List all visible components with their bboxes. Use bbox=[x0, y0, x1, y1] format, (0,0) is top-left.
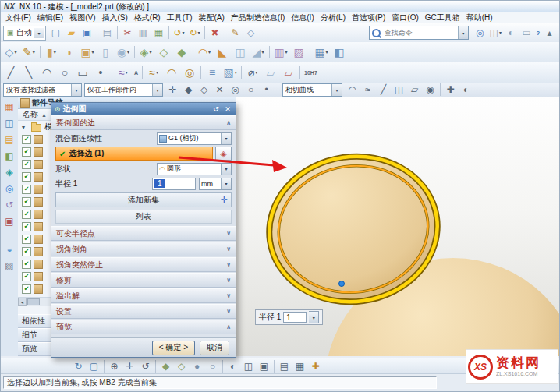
dialog-section[interactable]: 设置∨ bbox=[51, 304, 236, 319]
snap-quadrant-icon[interactable]: ○ bbox=[243, 83, 258, 97]
snap-intersection-icon[interactable]: ✕ bbox=[212, 83, 227, 97]
hd3d-tools-icon[interactable]: ◈ bbox=[2, 165, 16, 179]
delete-icon[interactable]: ✖ bbox=[207, 26, 222, 41]
chevron-down-icon[interactable]: ▾ bbox=[34, 28, 44, 38]
menu-item[interactable]: 帮助(H) bbox=[463, 12, 496, 23]
undo-icon[interactable]: ↺ bbox=[172, 26, 186, 41]
feature-checkbox[interactable]: ✔ bbox=[22, 197, 31, 207]
extrude-icon[interactable]: ▮ bbox=[43, 44, 60, 61]
navigator-h-scrollbar[interactable]: ◂ bbox=[18, 297, 51, 306]
move-face-icon[interactable]: ▱ bbox=[262, 64, 279, 81]
open-folder-icon[interactable]: ▰ bbox=[64, 26, 79, 41]
tube-icon[interactable]: ◎ bbox=[181, 64, 198, 81]
menu-item[interactable]: 编辑(E) bbox=[34, 12, 66, 23]
work-csys-icon[interactable]: ✚ bbox=[308, 359, 323, 374]
stop-at-intersection-icon[interactable]: ✚ bbox=[443, 83, 458, 97]
swept-icon[interactable]: ◠ bbox=[163, 64, 180, 81]
curve-rule-dropdown[interactable]: 相切曲线 ▾ bbox=[282, 83, 342, 97]
reuse-library-icon[interactable]: ◧ bbox=[2, 149, 16, 163]
through-curves-icon[interactable]: ≈ bbox=[145, 64, 162, 81]
dialog-close-icon[interactable]: ✕ bbox=[223, 104, 232, 114]
feature-checkbox[interactable]: ✔ bbox=[22, 222, 31, 231]
shaded-view-icon[interactable]: ● bbox=[190, 359, 204, 374]
snap-point-toggle-icon[interactable]: ✛ bbox=[165, 83, 180, 97]
block-icon[interactable]: ▣ bbox=[79, 44, 96, 61]
delete-face-icon[interactable]: ▱ bbox=[280, 64, 297, 81]
unite-icon[interactable]: ◈ bbox=[137, 44, 154, 61]
layer-settings-icon[interactable]: ▤ bbox=[277, 359, 292, 374]
radius-overlay-value[interactable]: 1 bbox=[283, 312, 307, 323]
menu-item[interactable]: 信息(I) bbox=[288, 12, 317, 23]
cylinder-icon[interactable]: ▯ bbox=[97, 44, 114, 61]
mirror-feature-icon[interactable]: ◧ bbox=[331, 44, 348, 61]
sketch-icon[interactable]: ✎ bbox=[228, 26, 243, 41]
chevron-down-icon[interactable]: ▾ bbox=[221, 178, 231, 189]
intersect-icon[interactable]: ◆ bbox=[173, 44, 190, 61]
split-body-icon[interactable]: ▨ bbox=[290, 44, 307, 61]
select-edge-active[interactable]: ✔ 选择边 (1) bbox=[55, 147, 213, 161]
continuity-dropdown[interactable]: G1 (相切) ▾ bbox=[157, 132, 232, 145]
print-icon[interactable]: ▤ bbox=[100, 26, 115, 41]
single-curve-icon[interactable]: ╱ bbox=[376, 83, 391, 97]
chevron-down-icon[interactable]: ▾ bbox=[152, 84, 162, 96]
constraint-navigator-icon[interactable]: ◫ bbox=[2, 116, 16, 130]
feature-checkbox[interactable]: ✔ bbox=[22, 260, 31, 269]
zoom-icon[interactable]: ⊕ bbox=[107, 359, 122, 374]
cancel-button[interactable]: 取消 bbox=[200, 341, 229, 355]
chevron-down-icon[interactable]: ▾ bbox=[309, 311, 319, 323]
draft-icon[interactable]: ◢ bbox=[250, 44, 267, 61]
dialog-title-bar[interactable]: ⊙ 边倒圆 ↺ ✕ bbox=[51, 103, 236, 115]
chamfer-icon[interactable]: ◣ bbox=[214, 44, 231, 61]
scroll-left-icon[interactable]: ◂ bbox=[18, 298, 27, 306]
copy-icon[interactable]: ▥ bbox=[136, 26, 151, 41]
web-browser-icon[interactable]: ◎ bbox=[2, 182, 16, 196]
menu-item[interactable]: 视图(V) bbox=[66, 12, 98, 23]
dialog-section[interactable]: 拐角突然停止∨ bbox=[51, 257, 236, 272]
ok-button[interactable]: < 确定 > bbox=[152, 341, 195, 355]
window-icon[interactable]: ◫ bbox=[488, 26, 503, 41]
onscreen-radius-input[interactable]: 半径 1 1 ▾ bbox=[255, 309, 323, 325]
spline-icon[interactable]: ≈ bbox=[115, 64, 132, 81]
datum-plane-icon[interactable]: ◇ bbox=[2, 44, 19, 61]
menu-item[interactable]: 产品制造信息(I) bbox=[228, 12, 288, 23]
help-icon[interactable]: ? bbox=[535, 26, 541, 41]
paste-icon[interactable]: ▦ bbox=[151, 26, 166, 41]
cut-icon[interactable]: ✂ bbox=[120, 26, 135, 41]
command-search-box[interactable]: ▾ bbox=[369, 26, 469, 40]
connected-curves-icon[interactable]: ≈ bbox=[360, 83, 375, 97]
face-edges-icon[interactable]: ◫ bbox=[392, 83, 406, 97]
snap-point-icon[interactable]: • bbox=[259, 83, 274, 97]
radius-input[interactable]: 1 bbox=[152, 178, 196, 190]
snap-endpoint-icon[interactable]: ◆ bbox=[181, 83, 196, 97]
edit-section-icon[interactable]: ◫ bbox=[241, 359, 256, 374]
section-preview[interactable]: 预览 ∧ bbox=[51, 320, 236, 334]
menu-item[interactable]: 装配(A) bbox=[195, 12, 227, 23]
menu-item[interactable]: 插入(S) bbox=[98, 12, 130, 23]
feature-checkbox[interactable]: ✔ bbox=[22, 160, 31, 169]
unit-dropdown[interactable]: mm ▾ bbox=[199, 178, 232, 190]
line-icon[interactable]: ╲ bbox=[20, 64, 37, 81]
sheet-edges-icon[interactable]: ▱ bbox=[407, 83, 422, 97]
dialog-section[interactable]: 溢出解∨ bbox=[51, 288, 236, 303]
snapshot-icon[interactable]: ▣ bbox=[257, 359, 271, 374]
grid-icon[interactable]: ▦ bbox=[292, 359, 307, 374]
pan-icon[interactable]: ✛ bbox=[122, 359, 137, 374]
subtract-icon[interactable]: ◇ bbox=[155, 44, 172, 61]
section-edges-to-blend[interactable]: 要倒圆的边 ∧ bbox=[51, 115, 236, 130]
point-icon[interactable]: • bbox=[92, 64, 109, 81]
process-studio-icon[interactable]: ▣ bbox=[2, 214, 16, 228]
arc-icon[interactable]: ◠ bbox=[38, 64, 55, 81]
fit-view-icon[interactable]: ▢ bbox=[87, 359, 101, 374]
measure-distance-icon[interactable]: ⌀ bbox=[244, 64, 261, 81]
shape-dropdown[interactable]: ◠ 圆形 ▾ bbox=[157, 163, 232, 175]
tangent-curves-icon[interactable]: ◠ bbox=[345, 83, 360, 97]
snap-midpoint-icon[interactable]: ◇ bbox=[197, 83, 211, 97]
new-file-icon[interactable]: ▢ bbox=[48, 26, 63, 41]
highlight-icon[interactable]: ◐ bbox=[459, 83, 473, 97]
roles-icon[interactable]: ◒ bbox=[2, 242, 16, 256]
selection-intent-combo[interactable]: ▣ 自动 ▾ bbox=[3, 26, 46, 41]
refresh-view-icon[interactable]: ↻ bbox=[71, 359, 86, 374]
selection-filter-dropdown[interactable]: 没有选择过滤器 ▾ bbox=[3, 83, 82, 97]
sketch-task-icon[interactable]: ✎ bbox=[20, 44, 37, 61]
revolve-icon[interactable]: ◗ bbox=[61, 44, 78, 61]
